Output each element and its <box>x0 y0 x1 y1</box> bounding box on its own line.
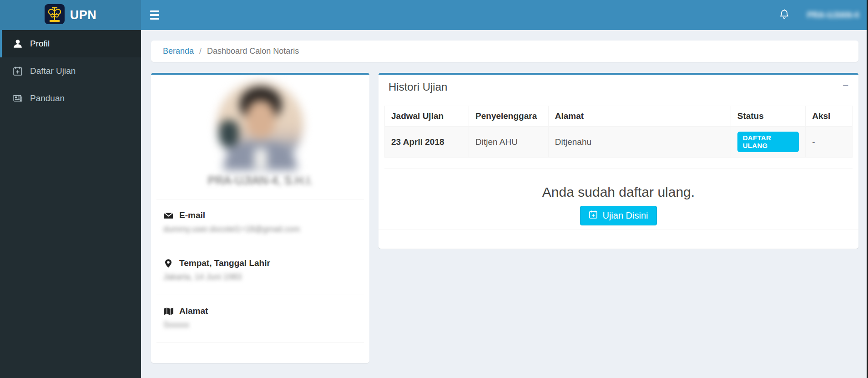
sidebar-item-label: Profil <box>30 39 50 49</box>
sidebar-item-label: Panduan <box>30 93 65 103</box>
user-icon <box>12 39 24 49</box>
history-card: Histori Ujian − Jadwal Ujian Penyelengga… <box>378 73 858 249</box>
col-header-penyelenggara: Penyelenggara <box>469 106 549 127</box>
ujian-disini-label: Ujian Disini <box>602 210 648 221</box>
envelope-icon <box>163 212 174 220</box>
address-value: Sxxxxx <box>163 320 358 330</box>
sidebar-item-panduan[interactable]: Panduan <box>0 85 141 112</box>
breadcrumb-current: Dashboard Calon Notaris <box>207 46 299 56</box>
col-header-status: Status <box>731 106 805 127</box>
collapse-minus-icon[interactable]: − <box>843 81 848 90</box>
sidebar-item-label: Daftar Ujian <box>30 66 76 76</box>
breadcrumb: Beranda / Dashboard Calon Notaris <box>151 41 858 62</box>
app-name: UPN <box>70 8 97 22</box>
profile-card: PRA-UJIAN-4, S.H.I. E-mail dummy.user.do… <box>151 73 369 363</box>
calendar-plus-icon <box>589 210 598 221</box>
table-header-row: Jadwal Ujian Penyelenggara Alamat Status… <box>385 106 853 127</box>
cell-alamat: Ditjenahu <box>548 127 731 158</box>
main-content: Beranda / Dashboard Calon Notaris PRA-UJ… <box>141 30 868 378</box>
newspaper-icon <box>12 93 24 103</box>
email-value: dummy.user.docotel1+18@gmail.com <box>163 225 358 234</box>
sidebar-item-profil[interactable]: Profil <box>0 30 141 57</box>
profile-photo <box>217 81 303 168</box>
breadcrumb-separator: / <box>199 46 202 56</box>
profile-name: PRA-UJIAN-4, S.H.I. <box>151 174 369 187</box>
table-row: 23 April 2018 Ditjen AHU Ditjenahu DAFTA… <box>385 127 853 158</box>
sidebar: Profil Daftar Ujian <box>0 30 141 378</box>
hamburger-icon <box>150 10 159 12</box>
cell-jadwal: 23 April 2018 <box>385 127 469 158</box>
notifications-button[interactable] <box>775 0 793 30</box>
app-logo[interactable]: UPN <box>0 0 141 30</box>
kemenkumham-logo-icon <box>45 4 65 26</box>
topbar: UPN PRA-UJIAN-4 <box>0 0 868 30</box>
sidebar-item-daftar-ujian[interactable]: Daftar Ujian <box>0 57 141 85</box>
status-badge: DAFTAR ULANG <box>737 132 799 152</box>
cell-status: DAFTAR ULANG <box>731 127 805 158</box>
col-header-alamat: Alamat <box>548 106 731 127</box>
profile-section-address: Alamat Sxxxxx <box>151 295 369 342</box>
calendar-plus-icon <box>12 66 24 76</box>
bell-icon <box>779 9 790 21</box>
topbar-right: PRA-UJIAN-4 <box>775 0 862 30</box>
section-label: Tempat, Tanggal Lahir <box>179 258 270 268</box>
profile-card-footer <box>151 343 369 361</box>
map-marker-icon <box>163 259 174 268</box>
button-row: Ujian Disini <box>384 206 853 225</box>
profile-section-email: E-mail dummy.user.docotel1+18@gmail.com <box>151 199 369 247</box>
profile-photo-wrap <box>151 81 369 168</box>
breadcrumb-home-link[interactable]: Beranda <box>163 46 194 56</box>
cell-penyelenggara: Ditjen AHU <box>469 127 549 158</box>
section-label: E-mail <box>179 210 205 220</box>
birth-value: Jakarta, 14 Juni 1983 <box>163 272 358 282</box>
profile-section-birth: Tempat, Tanggal Lahir Jakarta, 14 Juni 1… <box>151 247 369 295</box>
user-menu[interactable]: PRA-UJIAN-4 <box>807 10 862 20</box>
history-card-footer <box>378 230 858 256</box>
ujian-disini-button[interactable]: Ujian Disini <box>580 206 656 225</box>
exam-history-table: Jadwal Ujian Penyelenggara Alamat Status… <box>384 106 853 158</box>
history-card-body: Jadwal Ujian Penyelenggara Alamat Status… <box>378 99 858 225</box>
col-header-aksi: Aksi <box>806 106 853 127</box>
sidebar-toggle-button[interactable] <box>142 0 167 30</box>
section-label: Alamat <box>179 306 208 316</box>
divider <box>384 168 853 169</box>
col-header-jadwal: Jadwal Ujian <box>385 106 469 127</box>
cell-aksi: - <box>806 127 853 158</box>
registered-message: Anda sudah daftar ulang. <box>384 183 853 201</box>
map-icon <box>163 307 174 315</box>
history-card-header: Histori Ujian − <box>378 75 858 99</box>
history-card-title: Histori Ujian <box>389 81 447 93</box>
app-window: UPN PRA-UJIAN-4 <box>0 0 868 378</box>
